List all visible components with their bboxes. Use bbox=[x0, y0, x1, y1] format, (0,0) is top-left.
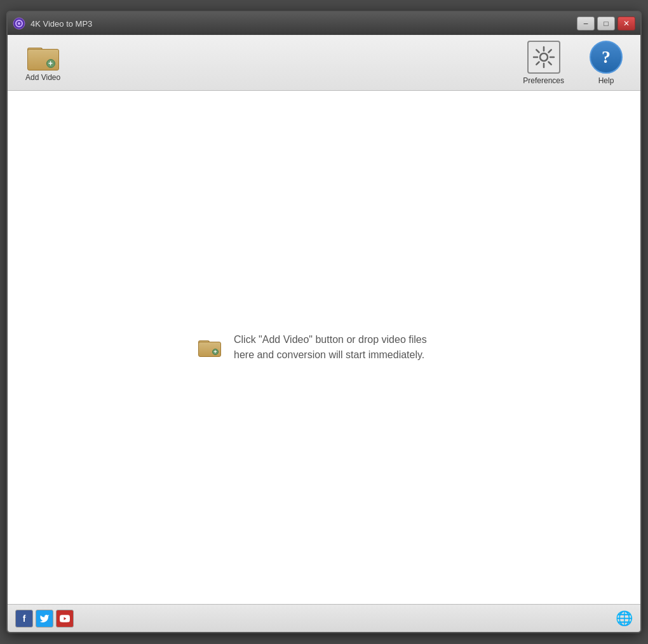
toolbar-right: Preferences ? Help bbox=[515, 36, 630, 90]
title-bar-left: 4K Video to MP3 bbox=[13, 17, 92, 30]
empty-state-folder-icon: + bbox=[198, 338, 221, 357]
help-button[interactable]: ? Help bbox=[582, 36, 630, 90]
help-circle-icon: ? bbox=[590, 41, 623, 74]
youtube-button[interactable] bbox=[56, 610, 74, 627]
svg-point-3 bbox=[540, 53, 548, 61]
globe-icon[interactable]: 🌐 bbox=[615, 610, 633, 627]
svg-point-2 bbox=[18, 22, 20, 25]
facebook-button[interactable]: f bbox=[15, 610, 33, 627]
add-video-label: Add Video bbox=[25, 73, 60, 82]
title-bar: 4K Video to MP3 – □ ✕ bbox=[8, 12, 640, 35]
status-bar: f 🌐 bbox=[8, 604, 640, 632]
main-window: 4K Video to MP3 – □ ✕ + Add Video bbox=[6, 11, 642, 633]
social-icons: f bbox=[15, 610, 74, 627]
maximize-button[interactable]: □ bbox=[597, 17, 615, 30]
svg-line-11 bbox=[536, 62, 539, 64]
window-controls: – □ ✕ bbox=[577, 17, 635, 30]
app-icon bbox=[13, 17, 25, 30]
twitter-button[interactable] bbox=[36, 610, 53, 627]
svg-line-9 bbox=[548, 62, 551, 64]
window-title: 4K Video to MP3 bbox=[30, 19, 92, 29]
preferences-gear-icon bbox=[527, 41, 560, 74]
svg-line-10 bbox=[548, 50, 551, 52]
toolbar: + Add Video bbox=[8, 35, 640, 91]
toolbar-left: + Add Video bbox=[18, 39, 515, 87]
content-area: + Click "Add Video" button or drop video… bbox=[8, 91, 640, 604]
empty-state-text: Click "Add Video" button or drop video f… bbox=[234, 332, 450, 363]
preferences-button[interactable]: Preferences bbox=[515, 36, 572, 90]
svg-line-8 bbox=[536, 50, 539, 52]
close-button[interactable]: ✕ bbox=[618, 17, 635, 30]
help-label: Help bbox=[598, 76, 614, 85]
add-video-button[interactable]: + Add Video bbox=[18, 39, 68, 87]
preferences-label: Preferences bbox=[523, 76, 564, 85]
empty-state: + Click "Add Video" button or drop video… bbox=[198, 332, 450, 363]
minimize-button[interactable]: – bbox=[577, 17, 595, 30]
add-video-folder-icon: + bbox=[27, 44, 59, 70]
